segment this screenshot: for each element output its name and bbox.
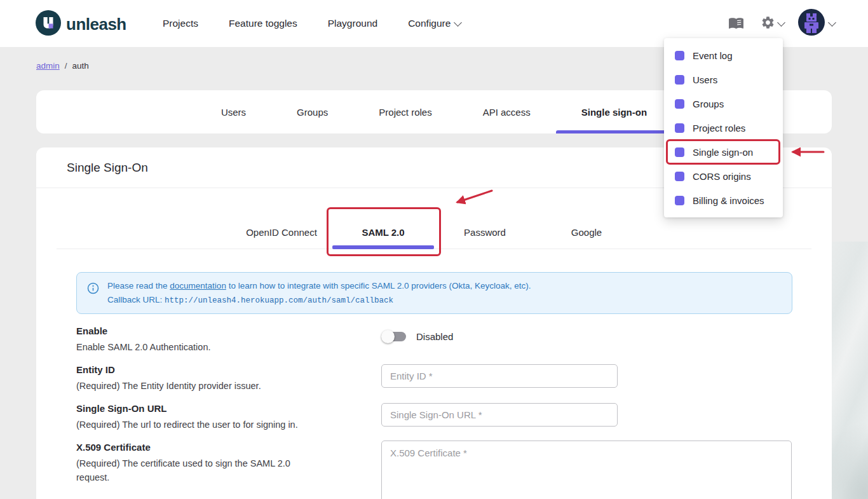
square-bullet-icon: [675, 147, 684, 157]
x509-label: X.509 Certificate: [76, 442, 349, 453]
info-icon: [87, 282, 99, 308]
breadcrumb: admin / auth: [36, 61, 89, 71]
tab-saml-2-0[interactable]: SAML 2.0: [332, 215, 434, 249]
tab-groups[interactable]: Groups: [271, 90, 353, 133]
tab-single-sign-on[interactable]: Single sign-on: [556, 90, 672, 133]
menu-item-groups[interactable]: Groups: [664, 92, 783, 116]
info-alert-text: Please read the documentation to learn h…: [107, 278, 531, 308]
square-bullet-icon: [675, 172, 684, 181]
page-title: Single Sign-On: [67, 161, 148, 175]
tab-google[interactable]: Google: [536, 215, 637, 249]
book-icon: [728, 15, 744, 32]
entity-id-description: (Required) The Entity Identity provider …: [76, 379, 349, 393]
gear-icon: [761, 15, 775, 32]
toggle-thumb: [381, 330, 395, 343]
sso-url-input[interactable]: [381, 403, 618, 427]
entity-id-input[interactable]: [381, 364, 618, 388]
tab-users[interactable]: Users: [196, 90, 271, 133]
tab-api-access[interactable]: API access: [458, 90, 556, 133]
enable-label: Enable: [76, 325, 349, 336]
unleash-logo-icon: [36, 10, 61, 38]
chevron-down-icon: [777, 18, 785, 27]
avatar: [798, 9, 825, 38]
nav-item-projects[interactable]: Projects: [163, 18, 198, 29]
configure-dropdown-menu: Event log Users Groups Project roles Sin…: [664, 38, 783, 217]
square-bullet-icon: [675, 51, 684, 60]
tab-password[interactable]: Password: [434, 215, 536, 249]
x509-description: (Required) The certificate used to sign …: [76, 456, 324, 484]
toggle-state-label: Disabled: [416, 331, 453, 342]
menu-item-single-sign-on[interactable]: Single sign-on: [664, 140, 783, 164]
menu-item-project-roles[interactable]: Project roles: [664, 116, 783, 140]
user-menu-button[interactable]: [798, 9, 835, 38]
enable-description: Enable SAML 2.0 Authentication.: [76, 340, 349, 354]
sso-url-description: (Required) The url to redirect the user …: [76, 418, 349, 432]
breadcrumb-link-admin[interactable]: admin: [36, 61, 60, 71]
enable-toggle[interactable]: [381, 330, 407, 343]
chevron-down-icon: [454, 18, 462, 27]
nav-item-configure[interactable]: Configure: [408, 18, 461, 29]
entity-id-label: Entity ID: [76, 364, 349, 375]
menu-item-cors-origins[interactable]: CORS origins: [664, 164, 783, 188]
tab-project-roles[interactable]: Project roles: [353, 90, 457, 133]
nav-item-feature-toggles[interactable]: Feature toggles: [229, 18, 297, 29]
callback-url: http://unleash4.herokuapp.com/auth/saml/…: [165, 296, 393, 305]
documentation-button[interactable]: [726, 12, 747, 35]
sso-url-label: Single Sign-On URL: [76, 403, 349, 414]
menu-item-billing-invoices[interactable]: Billing & invoices: [664, 188, 783, 212]
square-bullet-icon: [675, 123, 684, 133]
tab-openid-connect[interactable]: OpenID Connect: [231, 215, 332, 249]
main-nav: Projects Feature toggles Playground Conf…: [163, 0, 461, 47]
brand-logo[interactable]: unleash: [36, 10, 126, 38]
square-bullet-icon: [675, 75, 684, 85]
info-alert: Please read the documentation to learn h…: [76, 272, 792, 314]
menu-item-event-log[interactable]: Event log: [664, 43, 783, 67]
breadcrumb-current: auth: [72, 61, 89, 71]
breadcrumb-separator: /: [65, 61, 67, 71]
brand-wordmark: unleash: [66, 15, 126, 34]
menu-item-users[interactable]: Users: [664, 67, 783, 92]
square-bullet-icon: [675, 196, 684, 205]
square-bullet-icon: [675, 99, 684, 109]
settings-menu-button[interactable]: [758, 13, 787, 34]
nav-item-playground[interactable]: Playground: [328, 18, 377, 29]
x509-textarea[interactable]: [381, 441, 792, 499]
chevron-down-icon: [828, 18, 836, 27]
documentation-link[interactable]: documentation: [170, 281, 226, 291]
